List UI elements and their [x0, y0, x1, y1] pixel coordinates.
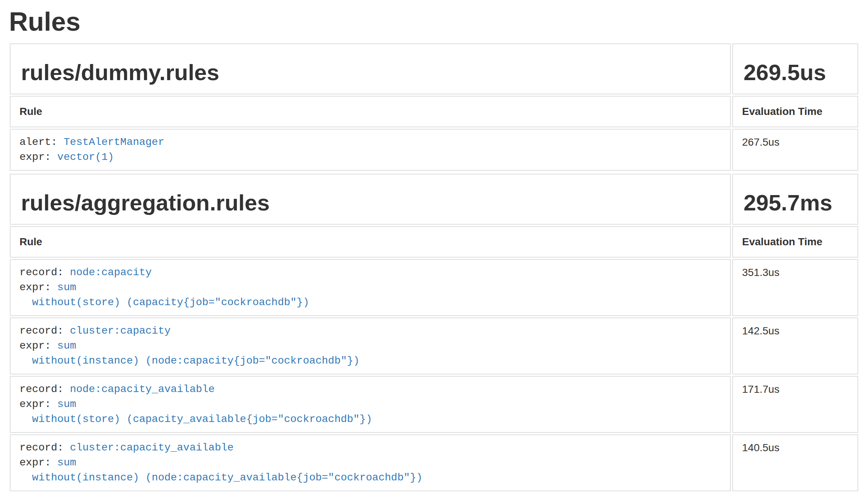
code-text [19, 355, 32, 367]
code-line: record: cluster:capacity [19, 324, 723, 338]
eval-time-value: 142.5us [742, 324, 850, 338]
eval-time-column-header: Evaluation Time [732, 96, 858, 127]
eval-time-value: 267.5us [742, 135, 850, 150]
code-line: record: cluster:capacity_available [19, 440, 723, 455]
group-eval-time-cell: 295.7ms [732, 174, 858, 225]
code-line: expr: sum [19, 280, 723, 295]
rule-code: record: node:capacity_availableexpr: sum… [19, 382, 723, 427]
rule-cell: record: cluster:capacityexpr: sum withou… [10, 318, 731, 374]
code-text: record: [19, 383, 70, 395]
expr-link[interactable]: without(instance) (node:capacity_availab… [32, 472, 423, 483]
group-name: rules/dummy.rules [21, 61, 723, 85]
expr-link[interactable]: cluster:capacity [70, 325, 171, 337]
code-text [19, 297, 32, 308]
eval-time-cell: 351.3us [732, 259, 858, 316]
expr-link[interactable]: sum [57, 457, 76, 468]
group-eval-time: 269.5us [744, 61, 850, 85]
column-header-row: RuleEvaluation Time [10, 226, 858, 258]
expr-link[interactable]: sum [57, 282, 76, 293]
rule-cell: record: node:capacityexpr: sum without(s… [10, 259, 731, 316]
expr-link[interactable]: node:capacity_available [70, 383, 214, 395]
eval-time-value: 351.3us [742, 265, 850, 280]
rule-row: record: cluster:capacity_availableexpr: … [10, 434, 858, 491]
rule-code: record: cluster:capacityexpr: sum withou… [19, 324, 723, 368]
code-text: expr: [19, 340, 57, 352]
eval-time-cell: 171.7us [732, 376, 858, 433]
expr-link[interactable]: sum [57, 398, 76, 410]
eval-time-cell: 142.5us [732, 318, 858, 374]
rules-page: Rules rules/dummy.rules269.5usRuleEvalua… [0, 7, 868, 493]
rule-cell: alert: TestAlertManagerexpr: vector(1) [10, 129, 731, 171]
code-line: alert: TestAlertManager [19, 135, 723, 150]
code-line: record: node:capacity [19, 265, 723, 280]
code-line: without(store) (capacity{job="cockroachd… [19, 295, 723, 310]
rule-code: record: cluster:capacity_availableexpr: … [19, 440, 723, 485]
code-text: record: [19, 442, 70, 453]
code-line: without(instance) (node:capacity_availab… [19, 470, 723, 485]
eval-time-value: 171.7us [742, 382, 850, 397]
code-line: record: node:capacity_available [19, 382, 723, 397]
group-eval-time-cell: 269.5us [732, 43, 858, 94]
code-text: record: [19, 267, 70, 278]
code-line: expr: sum [19, 455, 723, 470]
eval-time-cell: 267.5us [732, 129, 858, 171]
rule-column-header: Rule [10, 96, 731, 127]
group-header-row: rules/aggregation.rules295.7ms [10, 174, 858, 225]
eval-time-column-header: Evaluation Time [732, 226, 858, 258]
eval-time-cell: 140.5us [732, 434, 858, 491]
rule-code: alert: TestAlertManagerexpr: vector(1) [19, 135, 723, 165]
code-text: expr: [19, 282, 57, 293]
column-header-row: RuleEvaluation Time [10, 96, 858, 127]
rule-code: record: node:capacityexpr: sum without(s… [19, 265, 723, 310]
group-eval-time: 295.7ms [744, 191, 850, 215]
code-line: without(instance) (node:capacity{job="co… [19, 353, 723, 368]
code-line: without(store) (capacity_available{job="… [19, 412, 723, 427]
rule-row: record: node:capacityexpr: sum without(s… [10, 259, 858, 316]
rule-groups: rules/dummy.rules269.5usRuleEvaluation T… [8, 42, 860, 493]
code-text: record: [19, 325, 70, 337]
expr-link[interactable]: vector(1) [57, 151, 114, 163]
rule-cell: record: node:capacity_availableexpr: sum… [10, 376, 731, 433]
eval-time-value: 140.5us [742, 440, 850, 455]
rule-group-table: rules/dummy.rules269.5usRuleEvaluation T… [8, 42, 860, 172]
expr-link[interactable]: cluster:capacity_available [70, 442, 233, 453]
code-text [19, 413, 32, 425]
group-header-row: rules/dummy.rules269.5us [10, 43, 858, 94]
code-text: expr: [19, 398, 57, 410]
rule-group-table: rules/aggregation.rules295.7msRuleEvalua… [8, 172, 860, 493]
rule-row: record: node:capacity_availableexpr: sum… [10, 376, 858, 433]
expr-link[interactable]: without(store) (capacity{job="cockroachd… [32, 297, 309, 308]
code-line: expr: vector(1) [19, 150, 723, 165]
code-line: expr: sum [19, 397, 723, 412]
group-name-cell: rules/dummy.rules [10, 43, 731, 94]
code-line: expr: sum [19, 338, 723, 353]
expr-link[interactable]: without(store) (capacity_available{job="… [32, 413, 372, 425]
expr-link[interactable]: node:capacity [70, 267, 151, 278]
group-name-cell: rules/aggregation.rules [10, 174, 731, 225]
expr-link[interactable]: without(instance) (node:capacity{job="co… [32, 355, 360, 367]
code-text: expr: [19, 151, 57, 163]
expr-link[interactable]: TestAlertManager [64, 136, 165, 148]
expr-link[interactable]: sum [57, 340, 76, 352]
page-title: Rules [9, 7, 860, 37]
code-text: expr: [19, 457, 57, 468]
rule-column-header: Rule [10, 226, 731, 258]
code-text: alert: [19, 136, 64, 148]
code-text [19, 472, 32, 483]
group-name: rules/aggregation.rules [21, 191, 723, 215]
rule-cell: record: cluster:capacity_availableexpr: … [10, 434, 731, 491]
rule-row: record: cluster:capacityexpr: sum withou… [10, 318, 858, 374]
rule-row: alert: TestAlertManagerexpr: vector(1)26… [10, 129, 858, 171]
